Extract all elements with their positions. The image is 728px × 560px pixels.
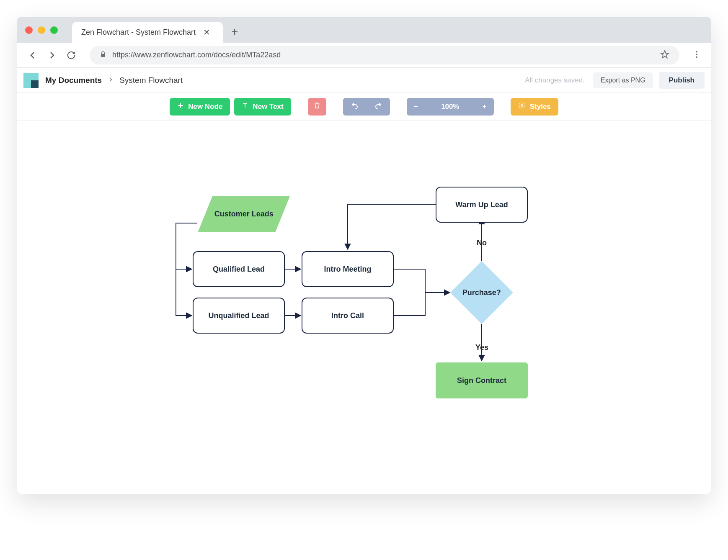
node-qualified-lead[interactable]: Qualified Lead xyxy=(193,251,285,287)
undo-icon xyxy=(351,102,359,111)
plus-icon xyxy=(177,102,184,111)
node-label: Sign Contract xyxy=(457,376,506,385)
canvas[interactable]: Customer Leads Qualified Lead Unqualifie… xyxy=(17,121,711,494)
export-png-button[interactable]: Export as PNG xyxy=(593,72,653,88)
node-label: Qualified Lead xyxy=(213,265,265,274)
styles-label: Styles xyxy=(530,103,551,111)
url-input[interactable]: https://www.zenflowchart.com/docs/edit/M… xyxy=(90,46,679,64)
lock-icon xyxy=(100,51,106,59)
zoom-out-button[interactable]: − xyxy=(407,98,425,116)
delete-button[interactable] xyxy=(308,98,326,116)
svg-point-1 xyxy=(696,54,697,55)
redo-icon xyxy=(374,102,382,111)
browser-tab[interactable]: Zen Flowchart - System Flowchart ✕ xyxy=(72,22,223,43)
svg-point-2 xyxy=(696,56,697,58)
tab-strip: Zen Flowchart - System Flowchart ✕ + xyxy=(17,17,711,43)
browser-window: Zen Flowchart - System Flowchart ✕ + htt… xyxy=(17,17,711,494)
node-label: Intro Call xyxy=(331,311,364,320)
new-node-button[interactable]: New Node xyxy=(170,98,230,116)
publish-button[interactable]: Publish xyxy=(659,72,705,89)
zoom-in-button[interactable]: + xyxy=(475,98,494,116)
node-customer-leads[interactable]: Customer Leads xyxy=(198,196,290,232)
node-sign-contract[interactable]: Sign Contract xyxy=(436,362,528,398)
node-label: Customer Leads xyxy=(214,210,274,218)
node-intro-meeting[interactable]: Intro Meeting xyxy=(302,251,394,287)
menu-icon[interactable] xyxy=(692,50,701,61)
zoom-level[interactable]: 100% xyxy=(425,98,475,116)
new-node-label: New Node xyxy=(188,103,222,111)
new-text-label: New Text xyxy=(253,103,283,111)
node-label: Unqualified Lead xyxy=(208,311,269,320)
bookmark-icon[interactable] xyxy=(660,50,669,61)
app-header: My Documents System Flowchart All change… xyxy=(17,68,711,93)
redo-button[interactable] xyxy=(367,98,390,116)
svg-point-0 xyxy=(696,51,697,52)
text-icon xyxy=(242,102,248,111)
save-status: All changes saved. xyxy=(525,76,585,85)
toolbar: New Node New Text xyxy=(17,93,711,121)
gear-icon xyxy=(518,102,526,111)
svg-point-3 xyxy=(521,105,523,107)
chevron-right-icon xyxy=(108,77,114,84)
url-text: https://www.zenflowchart.com/docs/edit/M… xyxy=(112,51,281,59)
node-warm-up-lead[interactable]: Warm Up Lead xyxy=(436,187,528,223)
node-label: Warm Up Lead xyxy=(455,200,508,209)
address-bar: https://www.zenflowchart.com/docs/edit/M… xyxy=(17,43,711,68)
app-logo[interactable] xyxy=(23,73,39,88)
node-intro-call[interactable]: Intro Call xyxy=(302,298,394,334)
trash-icon xyxy=(313,102,321,111)
zoom-control: − 100% + xyxy=(407,98,494,116)
window-controls xyxy=(25,26,58,34)
maximize-window-icon[interactable] xyxy=(50,26,58,34)
node-label: Purchase? xyxy=(462,288,501,297)
tab-title: Zen Flowchart - System Flowchart xyxy=(81,28,196,37)
close-tab-icon[interactable]: ✕ xyxy=(203,27,210,37)
undo-button[interactable] xyxy=(343,98,367,116)
back-icon[interactable] xyxy=(27,49,39,61)
node-unqualified-lead[interactable]: Unqualified Lead xyxy=(193,298,285,334)
breadcrumb-root[interactable]: My Documents xyxy=(45,76,102,85)
edge-label-yes: Yes xyxy=(475,343,488,352)
new-text-button[interactable]: New Text xyxy=(234,98,291,116)
reload-icon[interactable] xyxy=(65,49,77,61)
breadcrumb-current[interactable]: System Flowchart xyxy=(119,76,183,85)
minimize-window-icon[interactable] xyxy=(38,26,45,34)
styles-button[interactable]: Styles xyxy=(511,98,558,116)
edge-label-no: No xyxy=(477,239,487,247)
node-label: Intro Meeting xyxy=(324,265,372,274)
new-tab-icon[interactable]: + xyxy=(231,25,238,39)
close-window-icon[interactable] xyxy=(25,26,33,34)
forward-icon[interactable] xyxy=(46,49,58,61)
